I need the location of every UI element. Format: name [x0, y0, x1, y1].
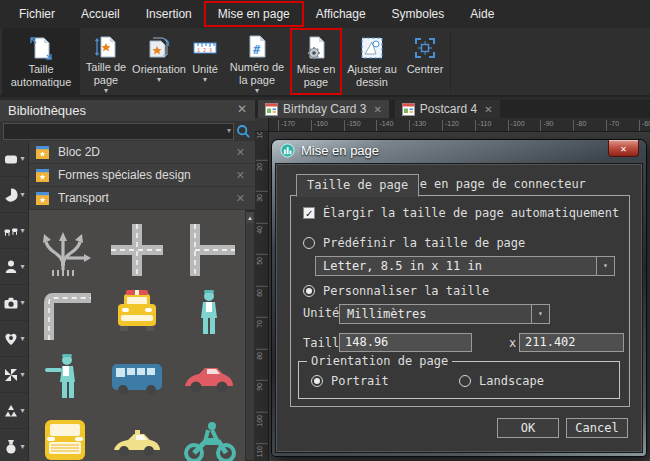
page-size-button[interactable]: Taille de page ▾ — [80, 28, 132, 95]
page-number-button[interactable]: # Numéro de la page ▾ — [224, 28, 290, 95]
chevron-down-icon: ▾ — [20, 191, 24, 199]
ruler-tick-label: 60 — [256, 286, 268, 297]
fit-to-drawing-button[interactable]: Ajuster au dessin — [342, 28, 402, 95]
menu-item-mise-en-page[interactable]: Mise en page — [205, 2, 303, 26]
library-close-icon[interactable]: ✕ — [237, 102, 247, 116]
close-icon[interactable]: ✕ — [236, 169, 245, 182]
camera-library-icon[interactable]: ▾ — [0, 285, 28, 321]
ruler-tick-label: -150 — [344, 120, 361, 132]
library-group-formes-speciales[interactable]: Formes spéciales design ✕ — [29, 164, 255, 187]
scroll-up-icon[interactable]: ▲ — [246, 212, 254, 223]
shape-gallery-scrollbar[interactable]: ▲ — [245, 211, 255, 461]
orientation-button[interactable]: Orientation ▾ — [132, 28, 186, 95]
bus-shape[interactable] — [101, 346, 173, 410]
library-search-input[interactable] — [4, 124, 233, 139]
page-setup-dialog: Mise en page ✕ Taille de page Mise en pa… — [272, 140, 646, 456]
t-junction-shape[interactable] — [173, 218, 245, 282]
custom-size-radio-row[interactable]: Personnaliser la taille — [303, 284, 489, 298]
dialog-tab-connecteur[interactable]: Mise en page de connecteur — [388, 174, 596, 195]
page-setup-gear-icon — [303, 33, 329, 63]
junction-arrows-shape[interactable] — [29, 218, 101, 282]
document-icon — [265, 103, 278, 116]
radio-label: Personnaliser la taille — [323, 284, 489, 298]
radio-selected[interactable] — [311, 375, 323, 387]
page-setup-button[interactable]: Mise en page — [290, 28, 342, 95]
corner-road-shape[interactable] — [29, 282, 101, 346]
pinwheel-library-icon[interactable]: ▾ — [0, 357, 28, 393]
document-icon — [402, 103, 415, 116]
yellow-truck-shape[interactable] — [29, 410, 101, 461]
motorcycle-shape[interactable] — [173, 410, 245, 461]
radio-label: Landscape — [479, 374, 544, 388]
menu-item-aide[interactable]: Aide — [457, 2, 507, 26]
red-car-shape[interactable] — [173, 346, 245, 410]
tab-close-icon[interactable]: ✕ — [373, 104, 381, 115]
enlarge-page-checkbox-row[interactable]: ✓ Élargir la taille de page automatiquem… — [303, 206, 619, 220]
unit-button[interactable]: 1 2 3 Unité ▾ — [186, 28, 224, 95]
radio-selected[interactable] — [303, 285, 315, 297]
chevron-down-icon[interactable]: ▾ — [227, 126, 231, 135]
chevron-down-icon[interactable]: ▾ — [531, 305, 549, 323]
pie-chart-library-icon[interactable]: ▾ — [0, 177, 28, 213]
preset-size-dropdown[interactable]: Letter, 8.5 in x 11 in ▾ — [315, 256, 615, 276]
library-panel-header: Bibliothèques ✕ — [0, 100, 255, 121]
menu-item-affichage[interactable]: Affichage — [303, 2, 379, 26]
chevron-down-icon[interactable]: ▾ — [596, 257, 614, 275]
ruler-tick-label: -100 — [508, 120, 525, 132]
library-group-transport[interactable]: Transport ✕ — [29, 187, 255, 210]
width-input[interactable]: 148.96 — [339, 333, 472, 352]
ruler-tick-label: -90 — [540, 120, 553, 132]
ruler-corner — [255, 118, 269, 132]
heart-library-icon[interactable]: ▾ — [0, 321, 28, 357]
ok-button[interactable]: OK — [497, 418, 559, 438]
checkbox-checked[interactable]: ✓ — [303, 207, 315, 219]
menu-item-accueil[interactable]: Accueil — [68, 2, 133, 26]
police-officer-shape[interactable] — [173, 282, 245, 346]
people-library-icon[interactable]: ▾ — [0, 249, 28, 285]
portrait-radio-row[interactable]: Portrait — [311, 374, 389, 388]
taxi-shape[interactable] — [101, 410, 173, 461]
radio-unselected[interactable] — [459, 375, 471, 387]
search-field-wrap: ▾ — [3, 123, 234, 140]
dialog-close-button[interactable]: ✕ — [608, 140, 639, 157]
close-icon[interactable]: ✕ — [236, 192, 245, 205]
vase-library-icon[interactable]: ▾ — [0, 429, 28, 461]
dialog-tab-taille-de-page[interactable]: Taille de page — [296, 174, 419, 197]
menu-item-symboles[interactable]: Symboles — [379, 2, 458, 26]
triangles-library-icon[interactable]: ▾ — [0, 393, 28, 429]
landscape-radio-row[interactable]: Landscape — [459, 374, 544, 388]
tab-close-icon[interactable]: ✕ — [484, 104, 492, 115]
menu-item-insertion[interactable]: Insertion — [133, 2, 205, 26]
chevron-down-icon: ▾ — [20, 443, 24, 451]
height-input[interactable]: 211.402 — [519, 333, 624, 352]
menu-item-fichier[interactable]: Fichier — [6, 2, 68, 26]
ruler-tick-label: 70 — [256, 317, 268, 328]
block-2d-library-icon[interactable]: ▾ — [0, 141, 28, 177]
orientation-legend: Orientation de page — [307, 354, 452, 368]
traffic-officer-shape[interactable] — [29, 346, 101, 410]
radio-unselected[interactable] — [303, 237, 315, 249]
dialog-title-bar[interactable]: Mise en page — [280, 143, 379, 158]
crossroad-shape[interactable] — [101, 218, 173, 282]
ruler-tick-label: 90 — [256, 380, 268, 391]
police-car-shape[interactable] — [101, 282, 173, 346]
predefined-size-radio-row[interactable]: Prédéfinir la taille de page — [303, 236, 525, 250]
dropdown-value: Letter, 8.5 in x 11 in — [323, 259, 482, 273]
chevron-down-icon: ▾ — [104, 87, 108, 95]
library-group-bloc-2d[interactable]: Bloc 2D ✕ — [29, 141, 255, 164]
ruler-tick-label: 10 — [256, 132, 268, 139]
tab-postcard-4[interactable]: Postcard 4 ✕ — [395, 100, 500, 118]
ruler-tick-label: -110 — [475, 120, 492, 132]
center-button[interactable]: Centrer — [402, 28, 448, 95]
tab-birthday-card-3[interactable]: Birthday Card 3 ✕ — [258, 100, 389, 118]
cancel-button[interactable]: Cancel — [566, 418, 628, 438]
application-window: Fichier Accueil Insertion Mise en page A… — [0, 0, 650, 461]
auto-size-button[interactable]: Taille automatique — [2, 28, 80, 95]
library-group-label: Formes spéciales design — [58, 168, 191, 182]
animals-library-icon[interactable]: ▾ — [0, 213, 28, 249]
close-icon[interactable]: ✕ — [236, 146, 245, 159]
library-group-list: Bloc 2D ✕ Formes spéciales design ✕ Tran… — [29, 141, 255, 210]
search-icon — [236, 124, 251, 139]
search-button[interactable] — [234, 123, 253, 140]
unit-dropdown[interactable]: Millimètres ▾ — [339, 304, 550, 324]
